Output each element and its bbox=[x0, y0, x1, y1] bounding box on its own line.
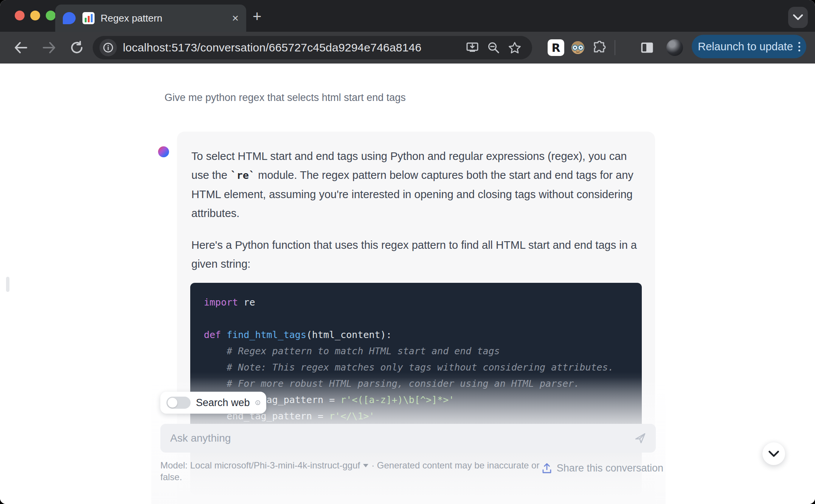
caret-down-icon bbox=[363, 464, 368, 467]
search-web-toggle[interactable] bbox=[166, 397, 191, 409]
profile-avatar[interactable] bbox=[666, 39, 683, 56]
bar-chart-favicon bbox=[82, 12, 95, 24]
assistant-paragraph-1: To select HTML start and end tags using … bbox=[191, 147, 638, 223]
forward-arrow-icon bbox=[42, 42, 56, 54]
scroll-to-bottom-button[interactable] bbox=[762, 442, 785, 465]
monkey-face-icon bbox=[570, 40, 586, 56]
puzzle-piece-icon bbox=[593, 41, 607, 54]
info-icon bbox=[103, 42, 113, 53]
new-tab-button[interactable]: + bbox=[253, 10, 261, 23]
chevron-down-icon bbox=[793, 14, 803, 20]
toolbar-divider bbox=[615, 40, 615, 55]
share-conversation-button[interactable]: Share this conversation bbox=[542, 462, 663, 474]
install-app-button[interactable] bbox=[462, 38, 483, 57]
tab-strip: Regex pattern × + bbox=[0, 0, 815, 32]
requestly-icon: R bbox=[548, 39, 564, 56]
chevron-down-icon bbox=[768, 451, 779, 457]
relaunch-label: Relaunch to update bbox=[698, 40, 793, 53]
install-icon bbox=[466, 42, 478, 53]
toggle-knob bbox=[168, 398, 177, 408]
page-content: Give me python regex that selects html s… bbox=[0, 64, 815, 504]
zoom-out-icon bbox=[487, 42, 500, 54]
chat-input[interactable]: Ask anything bbox=[160, 424, 656, 453]
reload-button[interactable] bbox=[67, 38, 86, 57]
send-icon[interactable] bbox=[635, 433, 646, 444]
extensions-menu-button[interactable] bbox=[589, 38, 611, 57]
active-tab[interactable]: Regex pattern × bbox=[55, 5, 246, 32]
conversation-footer: Model: Local microsoft/Phi-3-mini-4k-ins… bbox=[160, 459, 663, 483]
star-icon bbox=[508, 42, 521, 54]
zoom-level-button[interactable] bbox=[483, 38, 504, 57]
bookmark-button[interactable] bbox=[504, 38, 525, 57]
sidebar-toggle-button[interactable] bbox=[638, 38, 657, 57]
share-label: Share this conversation bbox=[557, 462, 663, 474]
search-web-control: Search web bbox=[160, 392, 266, 414]
inline-code-re: `re` bbox=[230, 169, 255, 181]
monkey-extension-button[interactable] bbox=[567, 38, 589, 57]
share-upload-icon bbox=[542, 463, 552, 474]
chat-bubble-icon bbox=[63, 12, 76, 24]
assistant-paragraph-2: Here's a Python function that uses this … bbox=[191, 236, 638, 273]
minimize-window-button[interactable] bbox=[30, 11, 40, 20]
requestly-extension-button[interactable]: R bbox=[545, 38, 567, 57]
back-button[interactable] bbox=[11, 38, 30, 57]
close-window-button[interactable] bbox=[15, 11, 25, 20]
browser-window: Regex pattern × + localhost:5173/convers… bbox=[0, 0, 815, 504]
assistant-avatar bbox=[158, 146, 169, 157]
reload-icon bbox=[70, 41, 84, 54]
back-arrow-icon bbox=[14, 42, 28, 54]
url-text[interactable]: localhost:5173/conversation/665727c45da9… bbox=[123, 41, 462, 54]
site-info-button[interactable] bbox=[99, 39, 117, 56]
user-message: Give me python regex that selects html s… bbox=[165, 92, 406, 104]
info-icon[interactable] bbox=[255, 397, 260, 408]
chat-input-placeholder: Ask anything bbox=[170, 432, 635, 444]
fullscreen-window-button[interactable] bbox=[46, 11, 56, 20]
model-selector[interactable]: Model: Local microsoft/Phi-3-mini-4k-ins… bbox=[160, 459, 542, 483]
sidebar-icon bbox=[641, 42, 654, 53]
search-web-label: Search web bbox=[196, 397, 250, 409]
tab-title: Regex pattern bbox=[101, 12, 227, 24]
tab-close-icon[interactable]: × bbox=[232, 12, 239, 24]
forward-button[interactable] bbox=[40, 38, 59, 57]
kebab-menu-icon[interactable] bbox=[798, 42, 800, 51]
sidebar-drag-handle[interactable] bbox=[6, 277, 9, 292]
address-bar[interactable]: localhost:5173/conversation/665727c45da9… bbox=[93, 36, 532, 59]
tab-search-button[interactable] bbox=[788, 7, 808, 28]
relaunch-to-update-button[interactable]: Relaunch to update bbox=[692, 35, 806, 58]
